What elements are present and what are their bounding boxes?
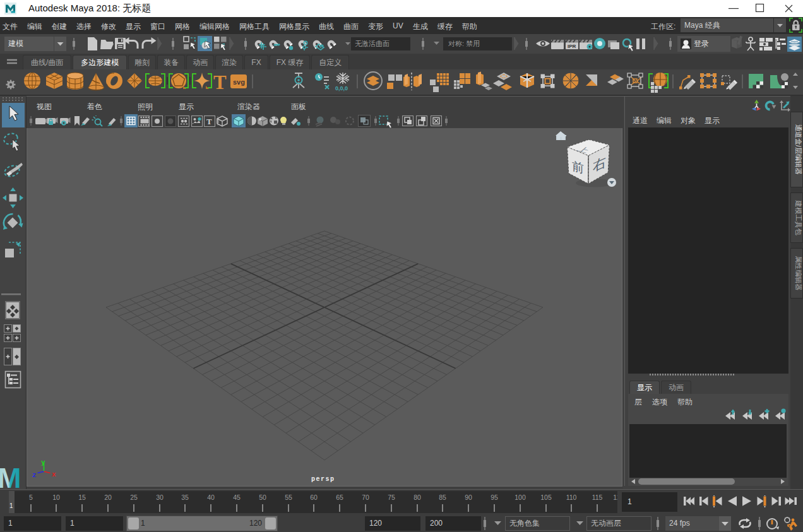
svg-text:5: 5 — [29, 494, 33, 501]
svg-text:10: 10 — [52, 494, 60, 501]
svg-text:1: 1 — [9, 502, 13, 509]
svg-text:90: 90 — [465, 494, 472, 501]
svg-text:75: 75 — [388, 494, 395, 501]
svg-text:y: y — [41, 459, 45, 466]
svg-text:45: 45 — [233, 494, 241, 501]
svg-text:30: 30 — [156, 494, 164, 501]
svg-text:0,0,0: 0,0,0 — [335, 85, 348, 92]
svg-text:55: 55 — [285, 494, 292, 501]
svg-text:persp: persp — [311, 476, 335, 483]
svg-text:15: 15 — [78, 494, 86, 501]
svg-text:T: T — [206, 117, 212, 126]
svg-text:25: 25 — [130, 494, 138, 501]
svg-text:svg: svg — [233, 78, 245, 86]
svg-text:20: 20 — [104, 494, 112, 501]
svg-text:110: 110 — [566, 494, 577, 501]
svg-text:65: 65 — [336, 494, 343, 501]
svg-text:105: 105 — [540, 494, 552, 501]
svg-text:95: 95 — [491, 494, 498, 501]
svg-text:80: 80 — [413, 494, 421, 501]
svg-text:100: 100 — [515, 494, 526, 501]
svg-text:60: 60 — [310, 494, 318, 501]
svg-text:IPR: IPR — [568, 44, 576, 49]
svg-text:35: 35 — [181, 494, 189, 501]
svg-text:x: x — [52, 471, 56, 478]
svg-text:z: z — [32, 471, 37, 479]
svg-text:85: 85 — [439, 494, 446, 501]
svg-text:T: T — [213, 71, 227, 93]
svg-text:50: 50 — [259, 494, 266, 501]
svg-text:40: 40 — [207, 494, 215, 501]
svg-text:12: 12 — [613, 494, 617, 501]
svg-text:70: 70 — [362, 494, 369, 501]
svg-text:115: 115 — [592, 494, 603, 501]
svg-text:M: M — [0, 462, 21, 489]
